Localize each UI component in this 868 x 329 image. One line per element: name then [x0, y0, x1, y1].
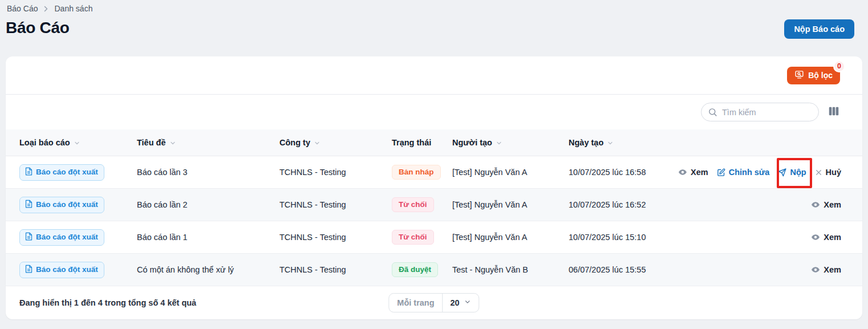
per-page-control: Mỗi trang 20 — [388, 293, 479, 312]
report-type-badge: Báo cáo đột xuất — [19, 262, 104, 278]
search-box — [701, 103, 819, 121]
per-page-label: Mỗi trang — [389, 294, 443, 312]
report-table-card: Bộ lọc 0 Loại báo cáo — [6, 56, 862, 319]
status-badge: Bản nháp — [392, 165, 441, 180]
view-action[interactable]: Xem — [811, 200, 841, 209]
report-title-cell: Báo cáo lần 2 — [137, 200, 279, 209]
view-action[interactable]: Xem — [678, 168, 708, 177]
column-header-label: Loại báo cáo — [19, 138, 70, 147]
report-type-badge: Báo cáo đột xuất — [19, 164, 104, 181]
table-row[interactable]: Báo cáo đột xuất Báo cáo lần 2 TCHNLS - … — [6, 189, 862, 221]
created-date-cell: 10/07/2025 lúc 15:10 — [569, 233, 677, 242]
company-cell: TCHNLS - Testing — [279, 200, 392, 209]
chevron-down-icon — [464, 298, 472, 307]
report-type-label: Báo cáo đột xuất — [36, 265, 98, 274]
breadcrumb: Báo Cáo Danh sách — [7, 4, 92, 13]
report-title-cell: Báo cáo lần 3 — [137, 168, 279, 177]
action-label: Xem — [691, 168, 708, 177]
action-label: Xem — [824, 265, 841, 274]
action-label: Huỷ — [826, 168, 841, 177]
column-header-title[interactable]: Tiêu đề — [137, 138, 279, 147]
chevron-right-icon — [43, 6, 48, 12]
report-type-badge: Báo cáo đột xuất — [19, 229, 104, 246]
company-cell: TCHNLS - Testing — [279, 265, 392, 274]
status-badge: Từ chối — [392, 230, 434, 245]
edit-action[interactable]: Chỉnh sửa — [717, 168, 770, 177]
close-icon — [815, 169, 822, 176]
sort-chevron-icon — [169, 140, 176, 147]
search-row — [6, 95, 862, 129]
document-icon — [25, 232, 33, 242]
sort-chevron-icon — [314, 140, 321, 147]
status-cell: Từ chối — [392, 230, 452, 245]
eye-icon — [678, 168, 687, 177]
table-row[interactable]: Báo cáo đột xuất Báo cáo lần 1 TCHNLS - … — [6, 221, 862, 254]
row-actions: Xem — [677, 265, 862, 274]
row-actions: Xem Chỉnh sửa Nộp Huỷ — [677, 168, 862, 177]
column-header-label: Người tạo — [452, 138, 492, 147]
breadcrumb-item-bao-cao[interactable]: Báo Cáo — [7, 4, 38, 13]
submit-action[interactable]: Nộp — [778, 168, 806, 177]
creator-cell: [Test] Nguyễn Văn A — [452, 200, 569, 209]
results-summary: Đang hiển thị 1 đến 4 trong tổng số 4 kế… — [19, 298, 196, 307]
column-header-type[interactable]: Loại báo cáo — [6, 138, 137, 147]
status-cell: Từ chối — [392, 197, 452, 212]
report-type-badge: Báo cáo đột xuất — [19, 197, 104, 213]
column-header-label: Trạng thái — [392, 138, 431, 147]
report-list-page: Báo Cáo Danh sách Báo Cáo Nộp Báo cáo — [0, 0, 868, 329]
status-badge: Đã duyệt — [392, 262, 438, 277]
report-type-label: Báo cáo đột xuất — [36, 168, 98, 176]
table-row[interactable]: Báo cáo đột xuất Báo cáo lần 3 TCHNLS - … — [6, 156, 862, 189]
cancel-action[interactable]: Huỷ — [815, 168, 841, 177]
send-icon — [778, 168, 786, 177]
eye-icon — [811, 200, 820, 209]
column-header-status: Trạng thái — [392, 138, 452, 147]
per-page-value: 20 — [451, 298, 460, 307]
breadcrumb-item-danh-sach[interactable]: Danh sách — [54, 4, 92, 13]
status-cell: Bản nháp — [392, 165, 452, 180]
column-settings-button[interactable] — [828, 105, 840, 119]
column-header-created[interactable]: Ngày tạo — [569, 138, 677, 147]
edit-icon — [717, 168, 725, 177]
row-actions: Xem — [677, 233, 862, 242]
action-label: Chỉnh sửa — [729, 168, 770, 177]
report-type-cell: Báo cáo đột xuất — [6, 164, 137, 181]
filter-row: Bộ lọc 0 — [6, 56, 862, 95]
filter-count-badge: 0 — [833, 60, 845, 72]
document-icon — [25, 167, 33, 177]
search-input[interactable] — [701, 103, 819, 121]
per-page-select[interactable]: 20 — [443, 294, 479, 312]
column-header-company[interactable]: Công ty — [279, 138, 392, 147]
report-type-cell: Báo cáo đột xuất — [6, 197, 137, 213]
view-action[interactable]: Xem — [811, 265, 841, 274]
column-header-creator[interactable]: Người tạo — [452, 138, 569, 147]
page-title: Báo Cáo — [6, 19, 69, 37]
created-date-cell: 10/07/2025 lúc 16:52 — [569, 200, 677, 209]
report-type-cell: Báo cáo đột xuất — [6, 229, 137, 246]
filter-button-label: Bộ lọc — [808, 71, 833, 80]
sort-chevron-icon — [607, 140, 614, 147]
status-badge: Từ chối — [392, 197, 434, 212]
table-row[interactable]: Báo cáo đột xuất Có một án không thể xử … — [6, 254, 862, 286]
filter-button[interactable]: Bộ lọc 0 — [787, 67, 840, 84]
submit-report-button[interactable]: Nộp Báo cáo — [784, 19, 854, 39]
filter-search-icon — [794, 70, 804, 81]
document-icon — [25, 200, 33, 210]
status-cell: Đã duyệt — [392, 262, 452, 277]
table-header-row: Loại báo cáo Tiêu đề Công ty Trạng thái … — [6, 129, 862, 156]
column-header-label: Công ty — [279, 138, 310, 147]
created-date-cell: 06/07/2025 lúc 15:55 — [569, 265, 677, 274]
eye-icon — [811, 265, 820, 274]
creator-cell: [Test] Nguyễn Văn A — [452, 233, 569, 242]
document-icon — [25, 265, 33, 275]
search-icon — [708, 107, 717, 119]
report-type-label: Báo cáo đột xuất — [36, 233, 98, 241]
table-footer: Đang hiển thị 1 đến 4 trong tổng số 4 kế… — [6, 286, 862, 319]
action-label: Xem — [824, 200, 841, 209]
creator-cell: [Test] Nguyễn Văn A — [452, 168, 569, 177]
view-action[interactable]: Xem — [811, 233, 841, 242]
report-title-cell: Báo cáo lần 1 — [137, 233, 279, 242]
column-header-label: Tiêu đề — [137, 138, 166, 147]
action-label: Nộp — [790, 168, 806, 177]
column-header-label: Ngày tạo — [569, 138, 603, 147]
